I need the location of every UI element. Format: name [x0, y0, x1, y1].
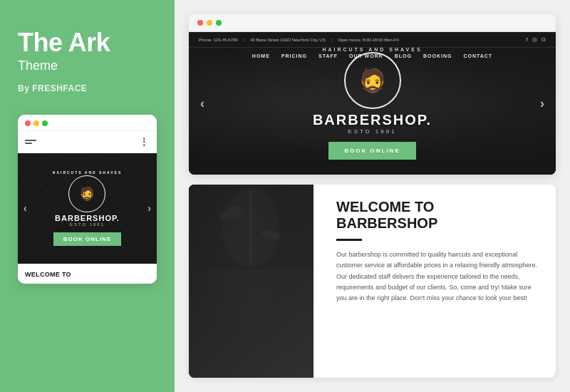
- facebook-icon[interactable]: f: [527, 36, 528, 43]
- image-overlay: [189, 185, 314, 378]
- left-panel: The Ark Theme By FRESHFACE ⋮ ‹ › HAIRCUT…: [0, 0, 175, 392]
- logo-face-icon: 🧔: [79, 186, 95, 202]
- desktop-logo-estd: ESTD 1881: [348, 128, 396, 135]
- bottom-image: [189, 185, 314, 378]
- hamburger-line: [25, 140, 36, 141]
- desktop-dot-red: [197, 20, 203, 26]
- desktop-topbar: Phone: 123-45-6789 | 40 Bana Street 133/…: [189, 32, 556, 48]
- desktop-logo-name: BARBERSHOP.: [313, 112, 432, 128]
- nav-home[interactable]: HOME: [252, 53, 270, 58]
- hamburger-icon: [25, 140, 36, 144]
- desktop-nav: HOME PRICING STAFF OUR WORK BLOG BOOKING…: [189, 48, 556, 64]
- desktop-dot-yellow: [207, 20, 212, 26]
- welcome-heading: WELCOME TO BARBERSHOP: [336, 199, 543, 232]
- mobile-welcome: WELCOME TO: [18, 264, 157, 284]
- theme-by: By FRESHFACE: [18, 83, 87, 93]
- desktop-preview: Phone: 123-45-6789 | 40 Bana Street 133/…: [189, 14, 556, 175]
- theme-title: The Ark: [18, 29, 110, 57]
- theme-subtitle: Theme: [18, 58, 58, 73]
- instagram-icon[interactable]: ◎: [532, 36, 537, 43]
- mobile-logo: HAIRCUTS AND SHAVES 🧔 BARBERSHOP. ESTD 1…: [53, 170, 122, 246]
- desktop-next-button[interactable]: ›: [534, 91, 550, 117]
- barbershop-illustration: [189, 185, 314, 270]
- mobile-next-button[interactable]: ›: [145, 200, 154, 217]
- nav-our-work[interactable]: OUR WORK: [349, 53, 383, 58]
- mobile-prev-button[interactable]: ‹: [21, 200, 30, 217]
- welcome-body: Our barbershop is committed to quality h…: [336, 249, 543, 304]
- mobile-dots-icon: ⋮: [139, 136, 150, 148]
- topbar-address: 40 Bana Street 133/2 NewYork City, US: [250, 38, 325, 42]
- desktop-book-button[interactable]: BOOK ONLINE: [328, 142, 415, 160]
- welcome-line1: WELCOME TO: [336, 199, 543, 215]
- topbar-hours: Open hours: 8:00-18:00 Mon-Fri: [338, 38, 399, 42]
- google-icon[interactable]: G: [542, 36, 546, 43]
- topbar-sep2: |: [331, 38, 333, 42]
- nav-booking[interactable]: BOOKING: [423, 53, 452, 58]
- dot-green: [42, 120, 48, 126]
- mobile-welcome-text: WELCOME TO: [25, 271, 150, 279]
- bottom-content: WELCOME TO BARBERSHOP Our barbershop is …: [189, 185, 556, 378]
- logo-estd: ESTD 1881: [70, 222, 105, 227]
- desktop-hero: Phone: 123-45-6789 | 40 Bana Street 133/…: [189, 32, 556, 175]
- topbar-sep1: |: [244, 38, 245, 42]
- welcome-line2: BARBERSHOP: [336, 215, 543, 232]
- dot-yellow: [33, 120, 39, 126]
- topbar-contact: Phone: 123-45-6789 | 40 Bana Street 133/…: [199, 38, 399, 42]
- mobile-book-button[interactable]: BOOK ONLINE: [53, 232, 121, 246]
- mobile-preview: ⋮ ‹ › HAIRCUTS AND SHAVES 🧔 BARBERSHOP. …: [18, 115, 157, 284]
- desktop-logo-face-icon: 🧔: [358, 67, 387, 94]
- topbar-socials: f ◎ G: [527, 36, 546, 43]
- mobile-nav-bar: ⋮: [18, 131, 157, 153]
- logo-name: BARBERSHOP.: [55, 214, 120, 222]
- bottom-text: WELCOME TO BARBERSHOP Our barbershop is …: [323, 185, 556, 378]
- topbar-phone: Phone: 123-45-6789: [199, 38, 238, 42]
- desktop-prev-button[interactable]: ‹: [195, 91, 210, 117]
- nav-staff[interactable]: STAFF: [318, 53, 338, 58]
- logo-circle: 🧔: [68, 175, 105, 212]
- right-panel: Phone: 123-45-6789 | 40 Bana Street 133/…: [175, 0, 570, 392]
- welcome-divider: [336, 239, 362, 241]
- dot-red: [25, 120, 31, 126]
- nav-contact[interactable]: CONTACT: [463, 53, 492, 58]
- nav-pricing[interactable]: PRICING: [281, 53, 307, 58]
- nav-blog[interactable]: BLOG: [395, 53, 412, 58]
- barbershop-logo-small: HAIRCUTS AND SHAVES 🧔 BARBERSHOP. ESTD 1…: [53, 170, 122, 227]
- hamburger-line: [25, 143, 32, 144]
- mobile-hero: ‹ › HAIRCUTS AND SHAVES 🧔 BARBERSHOP. ES…: [18, 153, 157, 264]
- desktop-titlebar: [189, 14, 556, 32]
- mobile-titlebar: [18, 115, 157, 131]
- desktop-dot-green: [216, 20, 222, 26]
- logo-arc-text: HAIRCUTS AND SHAVES: [53, 170, 122, 175]
